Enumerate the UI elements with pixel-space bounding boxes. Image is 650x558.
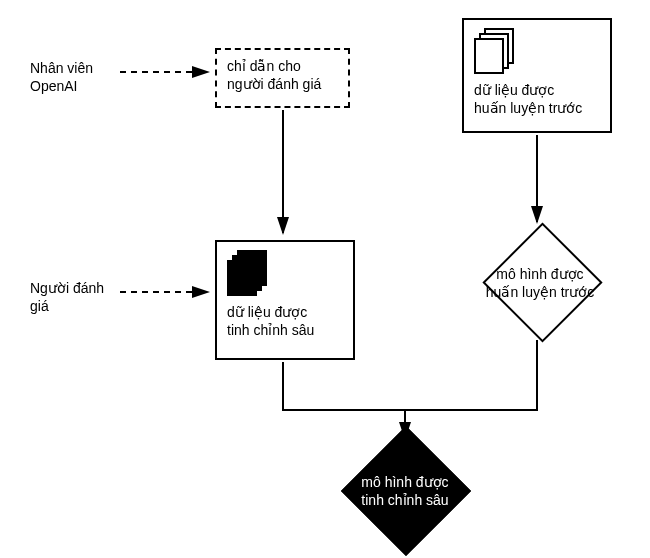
docs-filled-icon (227, 250, 273, 298)
node-finetune-data-text: dữ liệu được tinh chỉnh sâu (227, 304, 343, 339)
label-openai-staff: Nhân viên OpenAI (30, 60, 93, 95)
edge-pretrainmodel-merge (405, 340, 537, 410)
node-pretrain-model: mô hình được huấn luyện trước (465, 220, 615, 340)
diagram-canvas: { "labels": { "openai_staff": "Nhân viên… (0, 0, 650, 558)
node-instructions: chỉ dẫn cho người đánh giá (215, 48, 350, 108)
node-instructions-text: chỉ dẫn cho người đánh giá (227, 58, 338, 93)
node-pretrain-data: dữ liệu được huấn luyện trước (462, 18, 612, 133)
edge-finetunedata-to-finetunemodel (283, 362, 405, 438)
node-finetune-model-text: mô hình được tinh chỉnh sâu (320, 474, 490, 509)
node-pretrain-data-text: dữ liệu được huấn luyện trước (474, 82, 600, 117)
docs-outline-icon (474, 28, 520, 76)
node-finetune-model: mô hình được tinh chỉnh sâu (320, 430, 490, 550)
node-pretrain-model-text: mô hình được huấn luyện trước (465, 266, 615, 301)
node-finetune-data: dữ liệu được tinh chỉnh sâu (215, 240, 355, 360)
label-reviewers: Người đánh giá (30, 280, 104, 315)
